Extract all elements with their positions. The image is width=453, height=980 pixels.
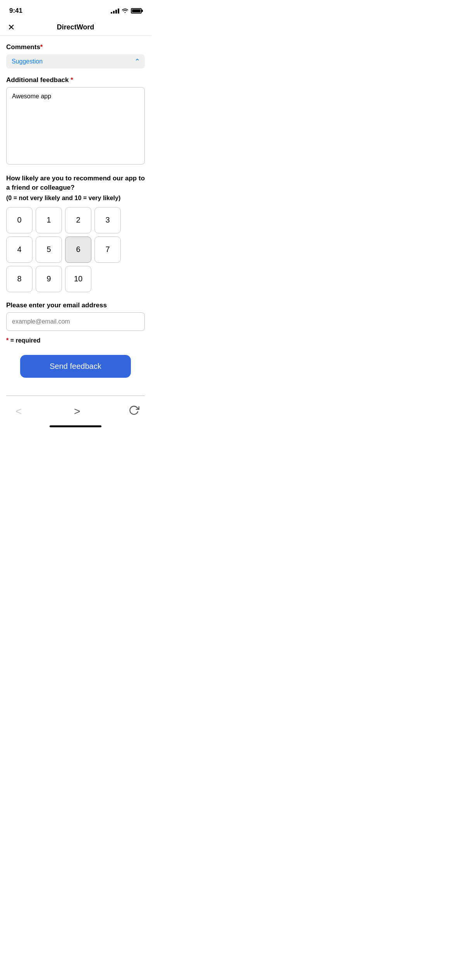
home-indicator bbox=[50, 425, 101, 427]
email-label: Please enter your email address bbox=[6, 302, 145, 309]
nav-title: DirectWord bbox=[57, 23, 94, 31]
rating-btn-6[interactable]: 6 bbox=[65, 236, 91, 263]
required-note: * = required bbox=[6, 337, 145, 344]
send-feedback-button[interactable]: Send feedback bbox=[20, 355, 131, 378]
rating-btn-2[interactable]: 2 bbox=[65, 207, 91, 233]
rating-btn-3[interactable]: 3 bbox=[94, 207, 121, 233]
status-icons bbox=[111, 8, 142, 14]
rating-hint: (0 = not very likely and 10 = very likel… bbox=[6, 195, 145, 202]
required-star-note: * bbox=[6, 337, 9, 344]
status-time: 9:41 bbox=[9, 7, 22, 15]
additional-feedback-input[interactable]: Awesome app bbox=[6, 87, 145, 164]
rating-btn-7[interactable]: 7 bbox=[94, 236, 121, 263]
rating-btn-9[interactable]: 9 bbox=[36, 266, 62, 292]
additional-feedback-required-star: * bbox=[70, 76, 73, 84]
browser-refresh-button[interactable] bbox=[129, 405, 139, 418]
battery-icon bbox=[131, 8, 142, 14]
page-wrapper: 9:41 ✕ DirectWord bbox=[0, 0, 151, 427]
rating-btn-8[interactable]: 8 bbox=[6, 266, 33, 292]
comments-required-star: * bbox=[40, 43, 43, 51]
rating-question: How likely are you to recommend our app … bbox=[6, 174, 145, 192]
comments-dropdown[interactable]: Suggestion Bug Compliment Other bbox=[6, 54, 145, 69]
comments-label: Comments* bbox=[6, 43, 145, 51]
email-input[interactable] bbox=[6, 312, 145, 331]
additional-feedback-label: Additional feedback * bbox=[6, 76, 145, 84]
rating-btn-1[interactable]: 1 bbox=[36, 207, 62, 233]
browser-nav-bar: < > bbox=[0, 401, 151, 422]
close-button[interactable]: ✕ bbox=[8, 22, 15, 33]
wifi-icon bbox=[122, 8, 129, 14]
bottom-divider bbox=[6, 396, 145, 396]
rating-btn-5[interactable]: 5 bbox=[36, 236, 62, 263]
rating-btn-0[interactable]: 0 bbox=[6, 207, 33, 233]
rating-grid: 0 1 2 3 4 5 6 7 8 9 10 bbox=[6, 207, 145, 292]
rating-btn-4[interactable]: 4 bbox=[6, 236, 33, 263]
comments-dropdown-wrapper: Suggestion Bug Compliment Other ⌃ bbox=[6, 54, 145, 69]
signal-bars-icon bbox=[111, 9, 119, 14]
browser-forward-button[interactable]: > bbox=[70, 404, 84, 419]
status-bar: 9:41 bbox=[0, 0, 151, 19]
main-content: Comments* Suggestion Bug Compliment Othe… bbox=[0, 37, 151, 396]
rating-btn-10[interactable]: 10 bbox=[65, 266, 91, 292]
nav-bar: ✕ DirectWord bbox=[0, 19, 151, 36]
browser-back-button[interactable]: < bbox=[12, 404, 26, 419]
